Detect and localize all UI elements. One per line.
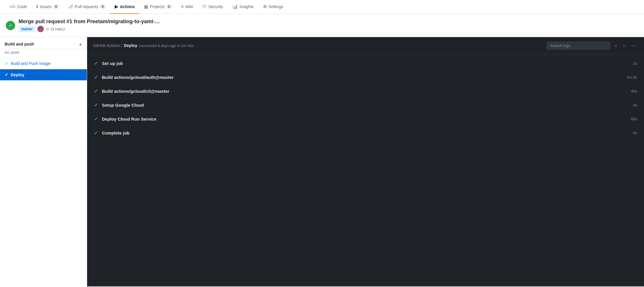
step-check-icon: ✓ (94, 88, 98, 94)
step-name: Setup Google Cloud (102, 103, 144, 108)
nav-item-pull-requests[interactable]: ⎇ Pull requests 0 (63, 0, 110, 14)
top-navigation: </> Code ℹ Issues 0 ⎇ Pull requests 0 ▶ … (0, 0, 644, 14)
prev-log-button[interactable]: ‹ (613, 41, 618, 50)
nav-item-issues[interactable]: ℹ Issues 0 (32, 0, 63, 14)
step-name: Build actions/gcloud/cli@master (102, 89, 169, 94)
step-name: Set up job (102, 61, 123, 66)
nav-item-code[interactable]: </> Code (5, 0, 32, 14)
sidebar-section-header: Build and push ▲ (0, 37, 87, 49)
step-check-icon: ✓ (94, 102, 98, 108)
commit-info: Merge pull request #1 from Preetam/migra… (19, 19, 160, 32)
next-log-button[interactable]: › (621, 41, 627, 50)
issues-icon: ℹ (36, 4, 38, 9)
commit-title: Merge pull request #1 from Preetam/migra… (19, 19, 160, 25)
step-duration: 0s (633, 131, 637, 135)
job-step-left: ✓ Build actions/gcloud/auth@master (94, 75, 174, 80)
panel-prefix: GitHub Actions / (93, 43, 122, 48)
commit-hash-icon: ⊙ (46, 27, 49, 31)
step-check-icon: ✓ (94, 75, 98, 80)
job-step[interactable]: ✓ Setup Google Cloud 4s (87, 98, 644, 112)
step-duration: 1m 6s (627, 75, 637, 79)
main-layout: Build and push ▲ on: push ✓ Build and Pu… (0, 37, 644, 286)
avatar-image (37, 26, 44, 32)
job-steps-list: ✓ Set up job 2s ✓ Build actions/gcloud/a… (87, 54, 644, 142)
panel-header-right: ‹ › ⋯ (546, 41, 638, 50)
search-logs-input[interactable] (546, 41, 610, 50)
step-check-icon: ✓ (94, 61, 98, 66)
step-duration: 2s (633, 61, 637, 66)
avatar (37, 26, 44, 32)
success-check-circle: ✓ (6, 21, 15, 30)
left-sidebar: Build and push ▲ on: push ✓ Build and Pu… (0, 37, 87, 286)
commit-meta: master ⊙ 217e812 (19, 26, 160, 32)
sidebar-item-build-and-push-image[interactable]: ✓ Build and Push Image (0, 58, 87, 69)
security-icon: 🛡 (202, 4, 207, 9)
nav-item-projects[interactable]: ▦ Projects 0 (139, 0, 176, 14)
step-name: Complete job (102, 130, 129, 135)
step-duration: 40s (631, 89, 637, 93)
wiki-icon: ≡ (181, 4, 184, 9)
panel-job-name: Deploy (124, 43, 137, 48)
job-step[interactable]: ✓ Set up job 2s (87, 57, 644, 70)
step-check-icon: ✓ (94, 130, 98, 136)
actions-icon: ▶ (115, 4, 118, 9)
check-icon-deploy: ✓ (5, 72, 8, 77)
sidebar-section-subtitle: on: push (0, 49, 87, 58)
job-step-left: ✓ Complete job (94, 130, 129, 136)
job-step-left: ✓ Setup Google Cloud (94, 102, 144, 108)
job-step-left: ✓ Deploy Cloud Run Service (94, 116, 156, 122)
right-panel: GitHub Actions / Deploy successful 6 day… (87, 37, 644, 286)
step-check-icon: ✓ (94, 116, 98, 122)
job-step-left: ✓ Set up job (94, 61, 123, 66)
chevron-up-icon[interactable]: ▲ (79, 42, 82, 46)
step-duration: 50s (631, 117, 637, 121)
projects-icon: ▦ (144, 4, 148, 9)
panel-status: successful 6 days ago in 2m 42s (139, 43, 194, 48)
more-options-button[interactable]: ⋯ (629, 41, 638, 50)
sidebar-section-title: Build and push (5, 42, 34, 46)
commit-hash: ⊙ 217e812 (46, 27, 65, 31)
job-step[interactable]: ✓ Complete job 0s (87, 126, 644, 140)
panel-header: GitHub Actions / Deploy successful 6 day… (87, 37, 644, 54)
job-step-left: ✓ Build actions/gcloud/cli@master (94, 88, 169, 94)
job-step[interactable]: ✓ Build actions/gcloud/auth@master 1m 6s (87, 70, 644, 84)
insights-icon: 📊 (232, 4, 238, 9)
commit-header: ✓ Merge pull request #1 from Preetam/mig… (0, 14, 644, 37)
nav-item-security[interactable]: 🛡 Security (198, 0, 228, 14)
nav-item-wiki[interactable]: ≡ Wiki (177, 0, 198, 14)
step-duration: 4s (633, 103, 637, 107)
code-icon: </> (9, 4, 16, 9)
nav-item-insights[interactable]: 📊 Insights (228, 0, 258, 14)
sidebar-item-deploy[interactable]: ✓ Deploy (0, 69, 87, 81)
step-name: Build actions/gcloud/auth@master (102, 75, 174, 80)
branch-badge[interactable]: master (19, 26, 35, 32)
job-step[interactable]: ✓ Build actions/gcloud/cli@master 40s (87, 84, 644, 98)
panel-header-left: GitHub Actions / Deploy successful 6 day… (93, 43, 194, 48)
nav-item-settings[interactable]: ⚙ Settings (258, 0, 288, 14)
step-name: Deploy Cloud Run Service (102, 117, 156, 121)
settings-icon: ⚙ (263, 4, 267, 9)
job-step[interactable]: ✓ Deploy Cloud Run Service 50s (87, 112, 644, 126)
pull-request-icon: ⎇ (68, 4, 73, 9)
nav-item-actions[interactable]: ▶ Actions (110, 0, 139, 14)
check-icon-build: ✓ (5, 61, 8, 66)
